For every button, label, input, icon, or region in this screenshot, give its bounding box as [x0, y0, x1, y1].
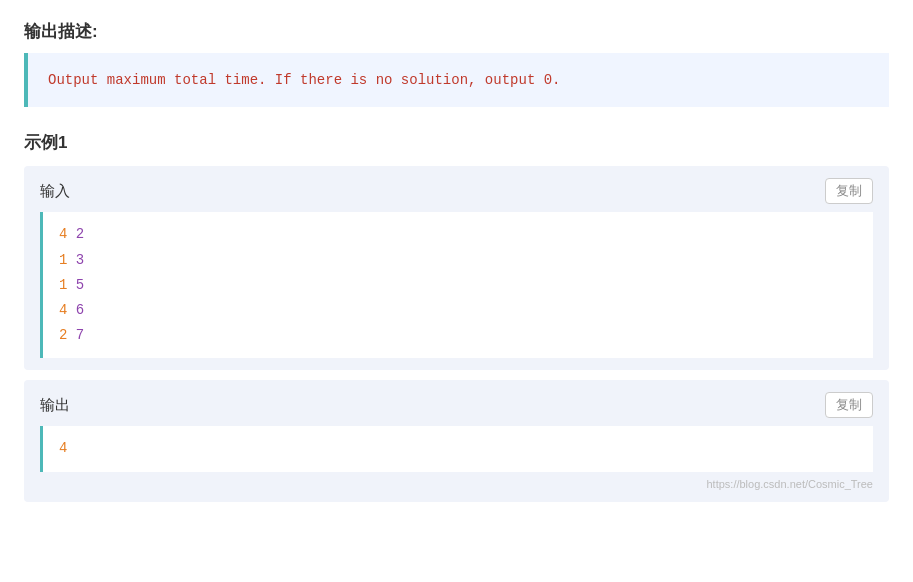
input-header: 输入 复制	[40, 178, 873, 204]
output-copy-button[interactable]: 复制	[825, 392, 873, 418]
input-line-4: 4 6	[59, 298, 857, 323]
input-content: 4 2 1 3 1 5 4 6 2 7	[40, 212, 873, 358]
input-label: 输入	[40, 182, 70, 201]
output-container: 输出 复制 4 https://blog.csdn.net/Cosmic_Tre…	[24, 380, 889, 501]
output-value: 4	[59, 436, 857, 461]
output-section: 输出描述: Output maximum total time. If ther…	[24, 20, 889, 107]
output-description: Output maximum total time. If there is n…	[24, 53, 889, 107]
input-copy-button[interactable]: 复制	[825, 178, 873, 204]
example-title: 示例1	[24, 131, 889, 154]
input-container: 输入 复制 4 2 1 3 1 5 4 6 2 7	[24, 166, 889, 370]
input-line-5: 2 7	[59, 323, 857, 348]
input-line-2: 1 3	[59, 248, 857, 273]
watermark: https://blog.csdn.net/Cosmic_Tree	[40, 478, 873, 490]
output-label: 输出	[40, 396, 70, 415]
output-header: 输出 复制	[40, 392, 873, 418]
output-content: 4	[40, 426, 873, 471]
output-title: 输出描述:	[24, 20, 889, 43]
input-line-1: 4 2	[59, 222, 857, 247]
input-line-3: 1 5	[59, 273, 857, 298]
example-section: 示例1 输入 复制 4 2 1 3 1 5 4 6 2 7 输出 复制 4 ht…	[24, 131, 889, 501]
